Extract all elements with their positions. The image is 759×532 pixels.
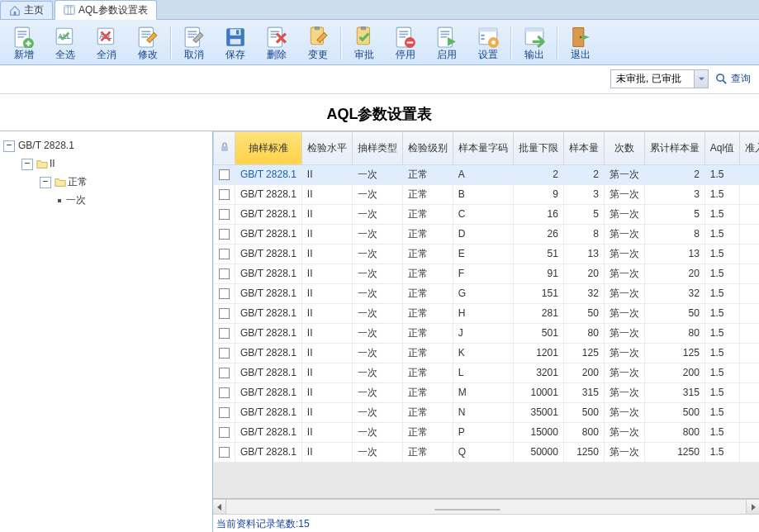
scroll-left-arrow[interactable] — [213, 500, 226, 514]
row-checkbox[interactable] — [219, 189, 230, 200]
tab-home[interactable]: 主页 — [0, 1, 53, 19]
grid-header-cell[interactable]: 检验水平 — [301, 131, 352, 164]
svg-rect-24 — [187, 34, 197, 36]
change-button[interactable]: 变更 — [298, 24, 338, 64]
row-checkbox-cell[interactable] — [214, 363, 235, 382]
grid-header-cell[interactable]: 抽样类型 — [352, 131, 402, 164]
row-checkbox[interactable] — [219, 368, 230, 378]
row-checkbox-cell[interactable] — [214, 323, 235, 343]
tree-toggle[interactable]: − — [21, 159, 33, 170]
grid-header-checkbox[interactable] — [214, 131, 235, 164]
table-row[interactable]: GB/T 2828.1II一次正常M10001315第一次3151.51011 — [214, 382, 760, 402]
status-filter-combo[interactable] — [610, 69, 709, 88]
config-button[interactable]: 设置 — [468, 24, 508, 64]
table-row[interactable]: GB/T 2828.1II一次正常J50180第一次801.534 — [214, 323, 760, 343]
svg-rect-47 — [440, 31, 449, 32]
row-checkbox[interactable] — [219, 229, 230, 240]
grid-cell: 一次 — [352, 204, 402, 224]
table-row[interactable]: GB/T 2828.1II一次正常L3201200第一次2001.578 — [214, 363, 760, 382]
delete-button[interactable]: 删除 — [257, 24, 296, 64]
grid-horizontal-scrollbar[interactable] — [213, 499, 759, 514]
row-checkbox[interactable] — [219, 169, 230, 180]
tree-toggle[interactable]: − — [40, 177, 51, 188]
tree-toggle[interactable]: − — [3, 140, 15, 152]
grid-cell: GB/T 2828.1 — [235, 442, 302, 462]
scroll-right-arrow[interactable] — [746, 500, 759, 514]
table-row[interactable]: GB/T 2828.1II一次正常P15000800第一次8001.52122 — [214, 422, 760, 442]
grid-cell: GB/T 2828.1 — [235, 303, 302, 323]
tree-node[interactable]: −II — [3, 154, 209, 173]
grid-header-cell[interactable]: 次数 — [604, 131, 644, 164]
tab-aql-params[interactable]: AQL参数设置表 — [55, 0, 157, 20]
edit-button[interactable]: 修改 — [128, 24, 168, 64]
row-checkbox[interactable] — [219, 348, 230, 359]
row-checkbox[interactable] — [219, 288, 230, 299]
grid-header-cell[interactable]: 累计样本量 — [644, 131, 704, 164]
save-button[interactable]: 保存 — [216, 24, 255, 64]
row-checkbox-cell[interactable] — [214, 283, 235, 303]
row-checkbox-cell[interactable] — [214, 303, 235, 323]
row-checkbox[interactable] — [219, 328, 230, 339]
row-checkbox-cell[interactable] — [214, 402, 235, 422]
row-checkbox-cell[interactable] — [214, 244, 235, 264]
table-row[interactable]: GB/T 2828.1II一次正常K1201125第一次1251.556 — [214, 343, 760, 363]
table-row[interactable]: GB/T 2828.1II一次正常D268第一次81.501 — [214, 224, 760, 244]
grid-header-cell[interactable]: 抽样标准 — [235, 131, 302, 164]
row-checkbox-cell[interactable] — [214, 422, 235, 442]
table-row[interactable]: GB/T 2828.1II一次正常F9120第一次201.501 — [214, 264, 760, 283]
row-checkbox[interactable] — [219, 427, 230, 438]
grid-cell: 1.5 — [704, 244, 739, 264]
tree-node[interactable]: −GB/T 2828.1 — [3, 136, 209, 154]
grid-cell: 一次 — [352, 264, 402, 283]
grid-header-cell[interactable]: 样本量 — [563, 131, 604, 164]
table-row[interactable]: GB/T 2828.1II一次正常C165第一次51.501 — [214, 204, 760, 224]
add-button[interactable]: 新增 — [4, 24, 44, 64]
grid-cell: 第一次 — [604, 363, 644, 382]
grid-cell: 500 — [563, 402, 604, 422]
grid-header-cell[interactable]: 批量下限 — [513, 131, 563, 164]
table-row[interactable]: GB/T 2828.1II一次正常N35001500第一次5001.51415 — [214, 402, 760, 422]
cancel-button[interactable]: 取消 — [174, 24, 214, 64]
row-checkbox[interactable] — [219, 268, 230, 279]
grid-cell: 501 — [513, 323, 563, 343]
row-checkbox[interactable] — [219, 407, 230, 418]
row-checkbox-cell[interactable] — [214, 184, 235, 204]
grid-header-cell[interactable]: 准入标准 — [740, 131, 759, 164]
table-row[interactable]: GB/T 2828.1II一次正常Q500001250第一次12501.5212… — [214, 442, 760, 462]
query-button[interactable]: 查询 — [715, 72, 751, 86]
row-checkbox-cell[interactable] — [214, 343, 235, 363]
row-checkbox[interactable] — [219, 209, 230, 220]
export-button[interactable]: 输出 — [515, 24, 554, 64]
row-checkbox[interactable] — [219, 387, 230, 398]
tree-node[interactable]: −正常 — [3, 173, 209, 191]
tree-node[interactable]: 一次 — [3, 191, 209, 209]
grid-cell: 一次 — [352, 224, 402, 244]
grid-header-cell[interactable]: Aql值 — [704, 131, 739, 164]
status-filter-input[interactable] — [611, 71, 694, 88]
exit-button[interactable]: 退出 — [561, 24, 600, 64]
table-row[interactable]: GB/T 2828.1II一次正常E5113第一次131.501 — [214, 244, 760, 264]
selall-button[interactable]: ALL全选 — [45, 24, 85, 64]
row-checkbox-cell[interactable] — [214, 264, 235, 283]
row-checkbox-cell[interactable] — [214, 164, 235, 184]
table-row[interactable]: GB/T 2828.1II一次正常B93第一次31.501 — [214, 184, 760, 204]
row-checkbox-cell[interactable] — [214, 382, 235, 402]
row-checkbox-cell[interactable] — [214, 204, 235, 224]
toolbar-label: 变更 — [308, 48, 328, 62]
table-row[interactable]: GB/T 2828.1II一次正常G15132第一次321.512 — [214, 283, 760, 303]
status-filter-trigger[interactable] — [694, 70, 708, 88]
disable-button[interactable]: 停用 — [386, 24, 425, 64]
row-checkbox[interactable] — [219, 447, 230, 458]
row-checkbox-cell[interactable] — [214, 442, 235, 462]
scroll-thumb[interactable] — [434, 509, 500, 511]
row-checkbox[interactable] — [219, 308, 230, 319]
grid-header-cell[interactable]: 样本量字码 — [453, 131, 513, 164]
row-checkbox-cell[interactable] — [214, 224, 235, 244]
enable-button[interactable]: 启用 — [427, 24, 467, 64]
approve-button[interactable]: 审批 — [344, 24, 384, 64]
selnone-button[interactable]: ALL全消 — [87, 24, 126, 64]
table-row[interactable]: GB/T 2828.1II一次正常H28150第一次501.523 — [214, 303, 760, 323]
row-checkbox[interactable] — [219, 249, 230, 259]
grid-header-cell[interactable]: 检验级别 — [402, 131, 453, 164]
table-row[interactable]: GB/T 2828.1II一次正常A22第一次21.501 — [214, 164, 760, 184]
